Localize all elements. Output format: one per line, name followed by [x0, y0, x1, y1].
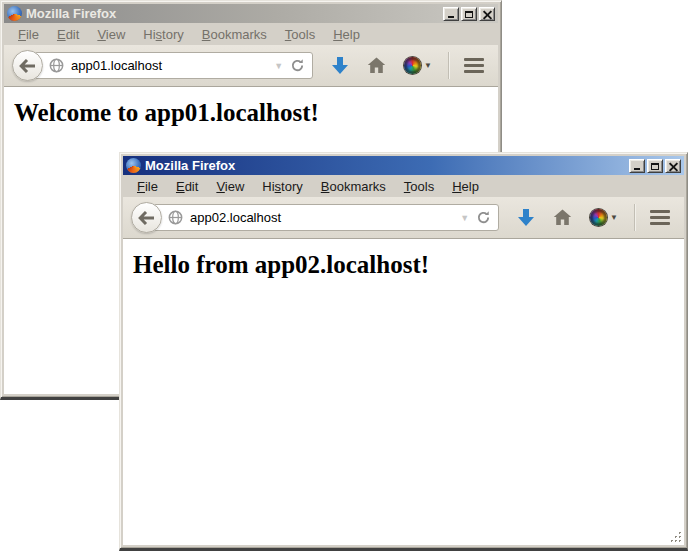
- url-dropdown-icon[interactable]: ▼: [460, 213, 469, 223]
- menu-panel-button[interactable]: [464, 58, 484, 73]
- addon-button[interactable]: ▼: [404, 57, 432, 74]
- menu-bookmarks[interactable]: Bookmarks: [193, 25, 276, 44]
- hamburger-icon: [464, 58, 484, 61]
- url-bar[interactable]: app02.localhost ▼: [153, 204, 499, 231]
- downloads-button[interactable]: [331, 56, 349, 75]
- minimize-icon: [634, 168, 640, 170]
- toolbar-separator: [448, 52, 449, 79]
- maximize-icon: [651, 163, 659, 170]
- url-input[interactable]: app01.localhost: [71, 58, 267, 73]
- menu-edit[interactable]: Edit: [48, 25, 88, 44]
- home-button[interactable]: [553, 209, 572, 226]
- minimize-icon: [448, 16, 454, 18]
- home-button[interactable]: [367, 57, 386, 74]
- reload-icon[interactable]: [290, 58, 305, 73]
- color-wheel-icon: [404, 57, 421, 74]
- color-wheel-icon: [590, 209, 607, 226]
- menu-edit[interactable]: Edit: [167, 177, 207, 196]
- page-content: Hello from app02.localhost!: [123, 239, 684, 545]
- menu-file[interactable]: File: [128, 177, 167, 196]
- menu-bar: File Edit View History Bookmarks Tools H…: [123, 175, 684, 197]
- toolbar-separator: [634, 204, 635, 231]
- menu-history[interactable]: History: [253, 177, 311, 196]
- window-controls: [443, 7, 495, 21]
- url-dropdown-icon[interactable]: ▼: [274, 61, 283, 71]
- window-title: Mozilla Firefox: [145, 158, 235, 173]
- close-button[interactable]: [665, 159, 681, 173]
- maximize-button[interactable]: [461, 7, 477, 21]
- menu-bookmarks[interactable]: Bookmarks: [312, 177, 395, 196]
- resize-grip[interactable]: [669, 530, 682, 543]
- globe-icon: [49, 58, 64, 73]
- menu-tools[interactable]: Tools: [276, 25, 324, 44]
- menu-view[interactable]: View: [207, 177, 253, 196]
- menu-panel-button[interactable]: [650, 210, 670, 225]
- navigation-toolbar: app01.localhost ▼ ▼: [4, 45, 498, 87]
- reload-icon[interactable]: [476, 210, 491, 225]
- titlebar[interactable]: Mozilla Firefox: [123, 156, 684, 175]
- page-heading: Hello from app02.localhost!: [133, 251, 684, 279]
- desktop: Mozilla Firefox File Edit View History B…: [0, 0, 688, 551]
- menu-bar: File Edit View History Bookmarks Tools H…: [4, 23, 498, 45]
- firefox-icon: [126, 158, 141, 173]
- menu-file[interactable]: File: [9, 25, 48, 44]
- url-input[interactable]: app02.localhost: [190, 210, 453, 225]
- browser-window-app02: Mozilla Firefox File Edit View History B…: [119, 152, 688, 551]
- close-icon: [483, 10, 492, 19]
- url-bar[interactable]: app01.localhost ▼: [34, 52, 313, 79]
- addon-caret-icon: ▼: [424, 61, 432, 70]
- minimize-button[interactable]: [443, 7, 459, 21]
- addon-button[interactable]: ▼: [590, 209, 618, 226]
- back-arrow-icon: [19, 59, 36, 73]
- download-arrow-icon: [517, 208, 535, 227]
- back-button[interactable]: [131, 202, 162, 233]
- hamburger-icon: [650, 210, 670, 213]
- back-arrow-icon: [138, 211, 155, 225]
- titlebar[interactable]: Mozilla Firefox: [4, 4, 498, 23]
- close-icon: [669, 162, 678, 171]
- addon-caret-icon: ▼: [610, 213, 618, 222]
- home-icon: [367, 57, 386, 74]
- firefox-icon: [7, 6, 22, 21]
- globe-icon: [168, 210, 183, 225]
- maximize-button[interactable]: [647, 159, 663, 173]
- close-button[interactable]: [479, 7, 495, 21]
- menu-view[interactable]: View: [88, 25, 134, 44]
- minimize-button[interactable]: [629, 159, 645, 173]
- back-button[interactable]: [12, 50, 43, 81]
- navigation-toolbar: app02.localhost ▼ ▼: [123, 197, 684, 239]
- menu-history[interactable]: History: [134, 25, 192, 44]
- downloads-button[interactable]: [517, 208, 535, 227]
- page-heading: Welcome to app01.localhost!: [14, 99, 498, 127]
- window-title: Mozilla Firefox: [26, 6, 116, 21]
- menu-tools[interactable]: Tools: [395, 177, 443, 196]
- download-arrow-icon: [331, 56, 349, 75]
- menu-help[interactable]: Help: [324, 25, 369, 44]
- window-controls: [629, 159, 681, 173]
- menu-help[interactable]: Help: [443, 177, 488, 196]
- maximize-icon: [465, 11, 473, 18]
- home-icon: [553, 209, 572, 226]
